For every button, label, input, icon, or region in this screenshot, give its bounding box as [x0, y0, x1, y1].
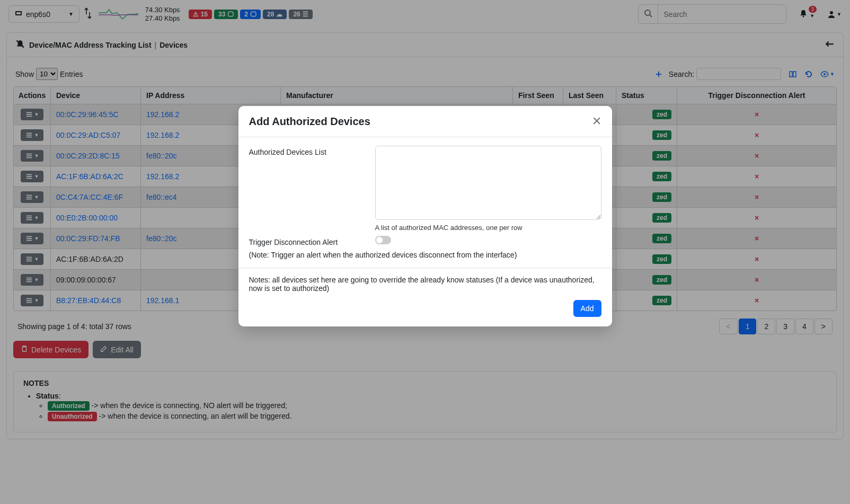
field-authorized-list: Authorized Devices List A list of author… — [249, 146, 601, 232]
trigger-alert-label: Trigger Disconnection Alert — [249, 236, 366, 246]
authorized-list-label: Authorized Devices List — [249, 146, 366, 232]
add-authorized-devices-modal: Add Authorized Devices ✕ Authorized Devi… — [238, 106, 612, 326]
trigger-alert-note: (Note: Trigger an alert when the authori… — [249, 251, 601, 259]
modal-close-button[interactable]: ✕ — [592, 114, 601, 128]
field-trigger-alert: Trigger Disconnection Alert — [249, 236, 601, 246]
authorized-list-textarea[interactable] — [375, 146, 601, 220]
modal-add-button[interactable]: Add — [573, 300, 601, 317]
trigger-alert-toggle[interactable] — [375, 236, 391, 244]
modal-body: Authorized Devices List A list of author… — [238, 137, 612, 268]
modal-title: Add Authorized Devices — [249, 116, 370, 128]
modal-overlay[interactable]: Add Authorized Devices ✕ Authorized Devi… — [0, 0, 850, 444]
modal-footer-note: Notes: all devices set here are going to… — [238, 268, 612, 300]
modal-header: Add Authorized Devices ✕ — [238, 106, 612, 137]
authorized-list-help: A list of authorized MAC addresses, one … — [375, 224, 601, 232]
